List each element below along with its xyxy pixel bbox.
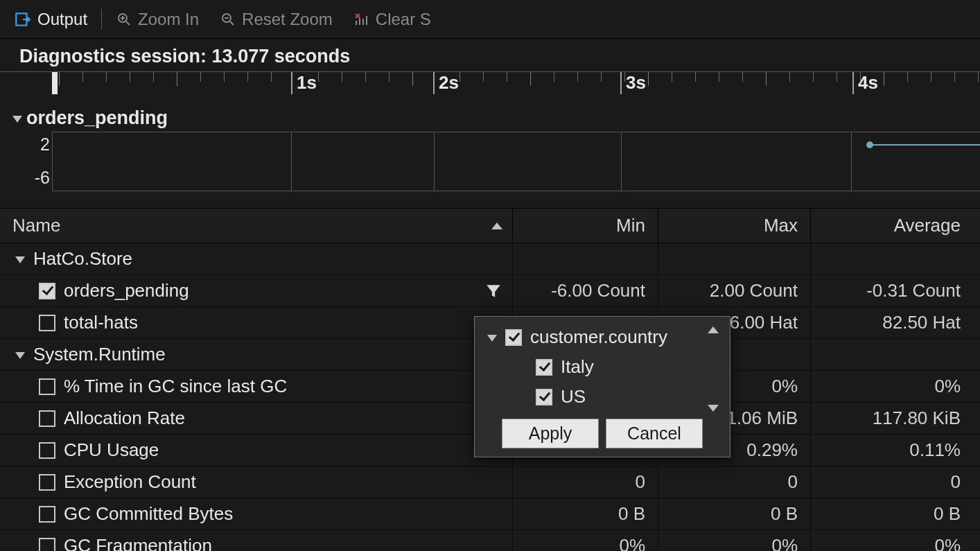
- filter-option-label: US: [561, 386, 586, 408]
- clear-icon: [353, 11, 370, 28]
- metric-checkbox[interactable]: [39, 410, 55, 427]
- reset-zoom-button[interactable]: Reset Zoom: [213, 7, 340, 32]
- metric-min: 0%: [513, 530, 658, 551]
- expander-icon: [15, 352, 25, 359]
- metric-name: GC Committed Bytes: [64, 503, 233, 525]
- metric-avg: 0.11%: [811, 435, 980, 466]
- session-header: Diagnostics session: 13.077 seconds: [0, 39, 980, 70]
- playhead-marker[interactable]: [52, 72, 58, 94]
- metric-max: 2.00 Count: [658, 275, 811, 306]
- metric-avg: 0: [811, 466, 980, 498]
- reset-zoom-icon: [220, 11, 236, 28]
- metric-checkbox[interactable]: [39, 474, 55, 491]
- group-name: System.Runtime: [33, 344, 166, 365]
- chart-line: [870, 144, 980, 146]
- metric-avg: -0.31 Count: [811, 275, 980, 306]
- cancel-button[interactable]: Cancel: [606, 419, 703, 448]
- col-max-label: Max: [764, 215, 798, 236]
- metric-max: 0 B: [658, 498, 811, 530]
- sort-asc-icon: [491, 222, 502, 229]
- col-min-label: Min: [616, 215, 645, 236]
- metric-avg: 82.50 Hat: [811, 307, 980, 338]
- col-name-label: Name: [12, 215, 60, 236]
- counter-chart[interactable]: 2 -6: [0, 132, 980, 191]
- group-name: HatCo.Store: [33, 248, 132, 270]
- filter-option[interactable]: Italy: [482, 352, 723, 382]
- metric-name: total-hats: [64, 312, 138, 333]
- metric-checkbox[interactable]: [39, 283, 55, 299]
- session-label-prefix: Diagnostics session:: [19, 46, 212, 67]
- col-max[interactable]: Max: [658, 209, 811, 243]
- zoom-in-icon: [116, 11, 132, 28]
- expander-icon: [15, 256, 25, 263]
- reset-zoom-label: Reset Zoom: [242, 10, 333, 29]
- toolbar-divider: [101, 9, 102, 30]
- col-avg[interactable]: Average: [811, 209, 980, 243]
- filter-option-label: Italy: [561, 356, 594, 378]
- metric-min: -6.00 Count: [513, 275, 658, 306]
- metric-avg: 0%: [811, 530, 980, 551]
- metric-row[interactable]: orders_pending-6.00 Count2.00 Count-0.31…: [0, 275, 980, 307]
- col-name[interactable]: Name: [0, 209, 513, 243]
- apply-label: Apply: [529, 423, 572, 443]
- clear-button[interactable]: Clear S: [347, 7, 438, 32]
- cancel-label: Cancel: [627, 423, 681, 443]
- output-icon: [14, 10, 32, 28]
- counter-header[interactable]: orders_pending: [0, 105, 980, 130]
- filter-dimension-checkbox[interactable]: [505, 329, 522, 346]
- filter-dimension-label: customer.country: [530, 326, 667, 348]
- metric-checkbox[interactable]: [39, 315, 55, 331]
- expander-icon: [487, 335, 497, 342]
- col-avg-label: Average: [894, 215, 961, 236]
- col-min[interactable]: Min: [513, 209, 658, 243]
- toolbar: Output Zoom In Reset Zoom Clear S: [0, 0, 980, 39]
- apply-button[interactable]: Apply: [502, 419, 599, 448]
- timeline-ruler[interactable]: 1s2s3s4s: [0, 71, 980, 105]
- output-button[interactable]: Output: [7, 7, 94, 32]
- output-label: Output: [37, 10, 87, 29]
- filter-option[interactable]: US: [482, 382, 723, 412]
- zoom-in-label: Zoom In: [138, 10, 199, 29]
- metric-checkbox[interactable]: [39, 378, 55, 395]
- scroll-down-icon[interactable]: [708, 405, 719, 412]
- metric-name: GC Fragmentation: [64, 535, 212, 551]
- metric-avg: 117.80 KiB: [811, 403, 980, 434]
- counter-name: orders_pending: [26, 107, 168, 129]
- metric-row[interactable]: Exception Count000: [0, 466, 980, 498]
- filter-popup: customer.country ItalyUS Apply Cancel: [474, 316, 730, 457]
- filter-dimension-row[interactable]: customer.country: [482, 322, 723, 352]
- filter-option-checkbox[interactable]: [536, 359, 552, 376]
- session-label-value: 13.077 seconds: [212, 46, 351, 67]
- metric-row[interactable]: GC Fragmentation0%0%0%: [0, 530, 980, 551]
- group-row[interactable]: HatCo.Store: [0, 243, 980, 275]
- metric-checkbox[interactable]: [39, 442, 55, 459]
- metric-name: % Time in GC since last GC: [64, 376, 287, 397]
- chart-grid: [52, 132, 980, 191]
- expander-icon: [12, 116, 22, 123]
- metric-avg: 0%: [811, 371, 980, 402]
- clear-label: Clear S: [376, 10, 431, 29]
- metric-name: Exception Count: [64, 471, 196, 493]
- chart-ylabel-bottom: -6: [35, 168, 50, 188]
- chart-ylabel-top: 2: [40, 134, 50, 155]
- metric-min: 0 B: [513, 498, 658, 530]
- filter-buttons: Apply Cancel: [482, 419, 723, 448]
- metric-name: orders_pending: [64, 280, 189, 301]
- metric-min: 0: [513, 466, 658, 498]
- table-header: Name Min Max Average: [0, 209, 980, 243]
- metric-checkbox[interactable]: [39, 538, 55, 552]
- metric-name: CPU Usage: [64, 439, 159, 461]
- metric-max: 0%: [658, 530, 811, 551]
- metric-row[interactable]: GC Committed Bytes0 B0 B0 B: [0, 498, 980, 530]
- metric-checkbox[interactable]: [39, 506, 55, 523]
- zoom-in-button[interactable]: Zoom In: [109, 7, 206, 32]
- metric-avg: 0 B: [811, 498, 980, 530]
- scroll-up-icon[interactable]: [708, 326, 719, 333]
- metric-name: Allocation Rate: [64, 408, 185, 429]
- metric-max: 0: [658, 466, 811, 498]
- filter-option-checkbox[interactable]: [536, 389, 552, 405]
- filter-icon[interactable]: [484, 282, 502, 305]
